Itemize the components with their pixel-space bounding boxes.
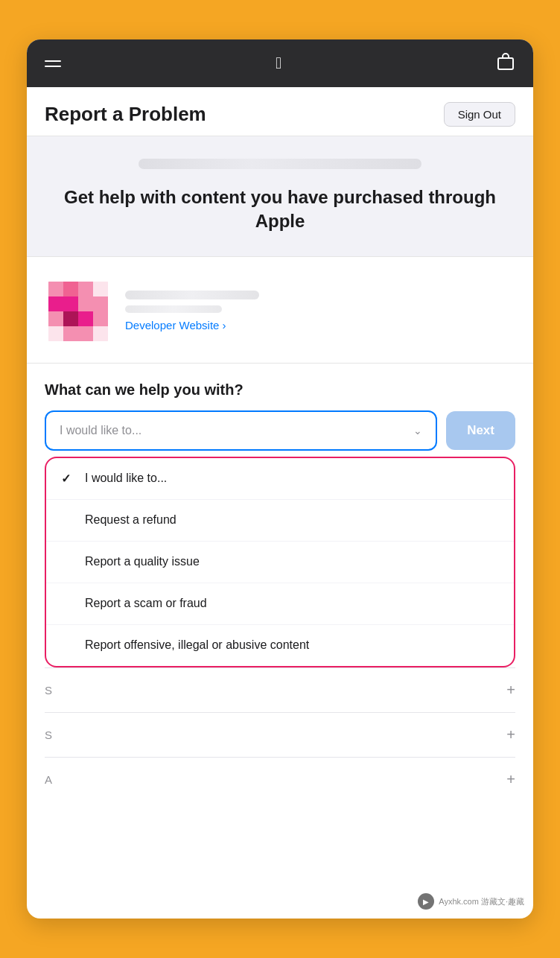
svg-rect-7 [63,296,78,311]
app-name-blurred [125,291,259,299]
dropdown-option-quality[interactable]: ✓ Report a quality issue [46,542,514,583]
blurred-bar-top [139,159,421,169]
dropdown-option-label: Report a scam or fraud [85,597,207,610]
help-section: What can we help you with? I would like … [27,364,533,667]
plus-icon: + [506,726,515,743]
svg-rect-9 [93,296,108,311]
watermark-text: Ayxhk.com 游藏文·趣藏 [439,896,524,907]
plus-icon: + [506,771,515,788]
phone-frame:  Report a Problem Sign Out Get help wit… [27,39,533,919]
app-subtitle-blurred [125,305,222,313]
svg-rect-12 [78,311,93,326]
list-row-3[interactable]: A + [45,757,515,802]
list-section: S + S + A + [27,667,533,802]
svg-rect-10 [48,311,63,326]
list-row-2[interactable]: S + [45,712,515,757]
dropdown-placeholder-text: I would like to... [60,424,141,437]
play-icon: ▶ [418,893,434,910]
hero-section: Get help with content you have purchased… [27,136,533,257]
dropdown-option-label: Report offensive, illegal or abusive con… [85,638,309,652]
page-title: Report a Problem [45,103,206,126]
svg-rect-14 [48,326,63,341]
hero-text: Get help with content you have purchased… [45,185,515,234]
list-row-1[interactable]: S + [45,667,515,712]
next-button[interactable]: Next [446,411,515,450]
dropdown-option-label: Report a quality issue [85,555,200,568]
hamburger-icon[interactable] [45,60,61,67]
sign-out-button[interactable]: Sign Out [444,102,515,127]
plus-icon: + [506,682,515,699]
svg-rect-8 [78,296,93,311]
svg-rect-13 [93,311,108,326]
list-row-label: S [45,729,52,741]
developer-website-link[interactable]: Developer Website › [125,319,259,332]
nav-bar:  [27,39,533,87]
svg-rect-16 [78,326,93,341]
app-icon [45,278,112,345]
svg-rect-3 [63,282,78,296]
app-section: Developer Website › [27,257,533,364]
svg-rect-17 [93,326,108,341]
dropdown-row: I would like to... ⌄ Next [45,410,515,451]
svg-rect-6 [48,296,63,311]
help-section-label: What can we help you with? [45,381,515,399]
help-dropdown[interactable]: I would like to... ⌄ [45,410,437,451]
svg-rect-15 [63,326,78,341]
page-header: Report a Problem Sign Out [27,87,533,136]
svg-rect-11 [63,311,78,326]
watermark: ▶ Ayxhk.com 游藏文·趣藏 [418,893,524,910]
svg-rect-5 [93,282,108,296]
chevron-down-icon: ⌄ [413,425,422,437]
svg-rect-2 [48,282,63,296]
dropdown-option-label: Request a refund [85,513,176,527]
apple-logo-icon:  [276,55,281,72]
dropdown-option-label: I would like to... [85,472,167,485]
check-icon: ✓ [61,472,76,486]
dropdown-menu: ✓ I would like to... ✓ Request a refund … [45,457,515,667]
shopping-bag-icon[interactable] [496,51,515,75]
app-row: Developer Website › [45,278,515,345]
list-row-label: S [45,684,52,697]
app-meta: Developer Website › [125,291,259,332]
list-row-label: A [45,773,52,786]
dropdown-option-scam[interactable]: ✓ Report a scam or fraud [46,583,514,625]
dropdown-option-offensive[interactable]: ✓ Report offensive, illegal or abusive c… [46,625,514,666]
svg-rect-0 [498,58,513,69]
dropdown-option-default[interactable]: ✓ I would like to... [46,458,514,500]
dropdown-option-refund[interactable]: ✓ Request a refund [46,500,514,542]
svg-rect-4 [78,282,93,296]
